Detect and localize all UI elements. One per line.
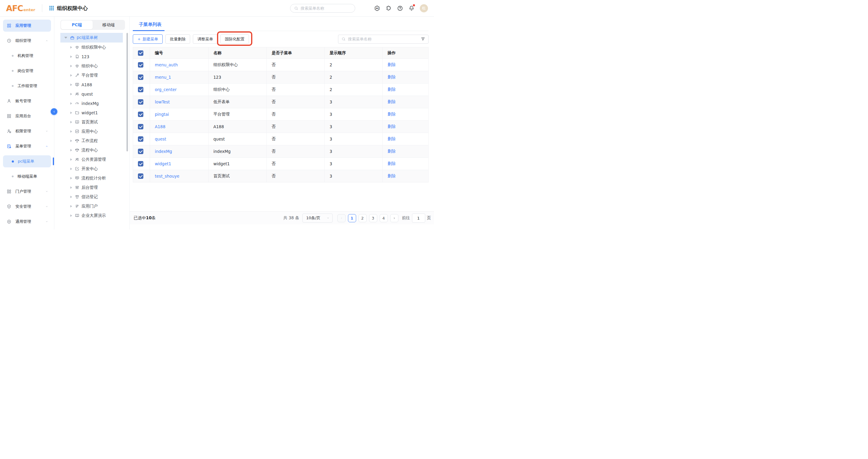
caret-right-icon[interactable]	[70, 65, 72, 67]
page-button-1[interactable]: 1	[348, 214, 356, 222]
sidebar-item-security-management[interactable]: 安全管理	[3, 201, 51, 212]
caret-right-icon[interactable]	[70, 56, 72, 58]
tree-node-enterprise-screen[interactable]: 企业大屏演示	[60, 211, 129, 220]
row-id-link[interactable]: menu_1	[155, 75, 171, 79]
tree-node-a188[interactable]: A188	[60, 80, 129, 89]
global-search-input[interactable]	[301, 6, 351, 10]
tree-node-process-center[interactable]: 流程中心	[60, 145, 129, 155]
tree-node-home-test[interactable]: 首页测试	[60, 117, 129, 127]
row-checkbox[interactable]	[138, 111, 143, 117]
sidebar-item-permission-management[interactable]: 权限管理	[3, 125, 51, 137]
row-id-link[interactable]: pingtai	[155, 112, 169, 117]
filter-icon[interactable]	[421, 37, 425, 41]
tree-node-org-center[interactable]: 组织中心	[60, 61, 129, 71]
row-id-link[interactable]: lowTest	[155, 100, 170, 104]
ai-assistant-icon[interactable]: AI	[374, 5, 380, 11]
caret-right-icon[interactable]	[70, 111, 72, 114]
row-checkbox[interactable]	[138, 74, 143, 80]
sidebar-item-post-management[interactable]: 岗位管理	[3, 65, 51, 77]
caret-right-icon[interactable]	[70, 121, 72, 123]
batch-delete-button[interactable]: 批量删除	[165, 34, 190, 44]
delete-link[interactable]: 删除	[388, 99, 396, 104]
tree-node-123[interactable]: 123	[60, 52, 129, 61]
tree-node-indexmg[interactable]: indexMg	[60, 99, 129, 108]
caret-right-icon[interactable]	[70, 74, 72, 76]
caret-right-icon[interactable]	[70, 215, 72, 217]
sidebar-item-app-backstage[interactable]: 应用后台	[3, 110, 51, 122]
row-id-link[interactable]: test_shouye	[155, 174, 179, 178]
sidebar-item-general-management[interactable]: 通用管理	[3, 216, 51, 228]
i18n-config-button[interactable]: 国际化配置	[220, 34, 249, 44]
caret-right-icon[interactable]	[70, 196, 72, 198]
delete-link[interactable]: 删除	[388, 149, 396, 154]
tree-node-backstage-management[interactable]: 后台管理	[60, 183, 129, 192]
adjust-menu-button[interactable]: 调整菜单	[193, 34, 218, 44]
row-checkbox[interactable]	[138, 136, 143, 142]
tree-root-pc-menu-tree[interactable]: pc端菜单树	[60, 33, 123, 42]
caret-right-icon[interactable]	[70, 149, 72, 152]
caret-right-icon[interactable]	[70, 93, 72, 95]
tree-node-quest[interactable]: quest	[60, 89, 129, 99]
new-menu-button[interactable]: 新建菜单	[133, 34, 163, 44]
row-id-link[interactable]: quest	[155, 137, 166, 141]
row-id-link[interactable]: A188	[155, 124, 165, 129]
row-checkbox[interactable]	[138, 87, 143, 92]
table-search[interactable]	[338, 35, 429, 44]
tab-mobile[interactable]: 移动端	[93, 21, 124, 29]
tab-submenu-list[interactable]: 子菜单列表	[133, 20, 164, 31]
sidebar-item-pc-menu[interactable]: pc端菜单	[3, 155, 51, 167]
sidebar-item-account-management[interactable]: 账号管理	[3, 95, 51, 107]
row-id-link[interactable]: widget1	[155, 161, 171, 166]
row-id-link[interactable]: indexMg	[155, 149, 172, 154]
delete-link[interactable]: 删除	[388, 124, 396, 129]
page-button-2[interactable]: 2	[359, 214, 367, 222]
caret-right-icon[interactable]	[70, 84, 72, 86]
caret-down-icon[interactable]	[64, 37, 67, 39]
next-page-button[interactable]	[390, 214, 398, 222]
row-checkbox[interactable]	[138, 62, 143, 68]
sidebar-item-portal-management[interactable]: 门户管理	[3, 186, 51, 198]
tree-node-public-resource[interactable]: 公共资源管理	[60, 155, 129, 164]
tree-node-widget1[interactable]: widget1	[60, 108, 129, 117]
row-checkbox[interactable]	[138, 173, 143, 179]
caret-right-icon[interactable]	[70, 168, 72, 170]
caret-right-icon[interactable]	[70, 102, 72, 105]
tree-node-app-portal[interactable]: 应用门户	[60, 201, 129, 211]
delete-link[interactable]: 删除	[388, 161, 396, 166]
delete-link[interactable]: 删除	[388, 173, 396, 178]
delete-link[interactable]: 删除	[388, 87, 396, 92]
tree-node-petition-register[interactable]: 信访登记	[60, 192, 129, 201]
row-id-link[interactable]: menu_auth	[155, 62, 178, 67]
caret-right-icon[interactable]	[70, 46, 72, 48]
page-button-4[interactable]: 4	[380, 214, 388, 222]
caret-right-icon[interactable]	[70, 140, 72, 142]
delete-link[interactable]: 删除	[388, 111, 396, 117]
delete-link[interactable]: 删除	[388, 74, 396, 79]
tree-node-org-auth-center[interactable]: 组织权限中心	[60, 42, 129, 52]
tree-node-platform-management[interactable]: 平台管理	[60, 71, 129, 80]
row-id-link[interactable]: org_center	[155, 87, 177, 92]
help-icon[interactable]	[397, 5, 403, 11]
notification-bell[interactable]	[408, 5, 415, 11]
collapse-sidebar-button[interactable]	[51, 108, 57, 115]
row-checkbox[interactable]	[138, 161, 143, 166]
table-search-input[interactable]	[348, 37, 418, 41]
tree-scrollbar[interactable]	[126, 33, 128, 152]
select-all-checkbox[interactable]	[138, 51, 143, 56]
tree-node-process-stats[interactable]: 流程统计分析	[60, 173, 129, 183]
row-checkbox[interactable]	[138, 99, 143, 105]
delete-link[interactable]: 删除	[388, 136, 396, 141]
row-checkbox[interactable]	[138, 124, 143, 129]
tree-node-workflow[interactable]: 工作流程	[60, 136, 129, 145]
caret-right-icon[interactable]	[70, 177, 72, 179]
tree-node-app-center[interactable]: 应用中心	[60, 127, 129, 136]
page-size-select[interactable]: 10条/页	[302, 214, 333, 223]
sidebar-item-mobile-menu[interactable]: 移动端菜单	[3, 170, 51, 183]
global-search[interactable]	[290, 4, 355, 13]
delete-link[interactable]: 删除	[388, 62, 396, 67]
caret-right-icon[interactable]	[70, 205, 72, 207]
sidebar-item-workgroup-management[interactable]: 工作组管理	[3, 80, 51, 92]
page-button-3[interactable]: 3	[369, 214, 377, 222]
tree-node-dev-center[interactable]: 开发中心	[60, 164, 129, 173]
sidebar-item-institution-management[interactable]: 机构管理	[3, 50, 51, 62]
